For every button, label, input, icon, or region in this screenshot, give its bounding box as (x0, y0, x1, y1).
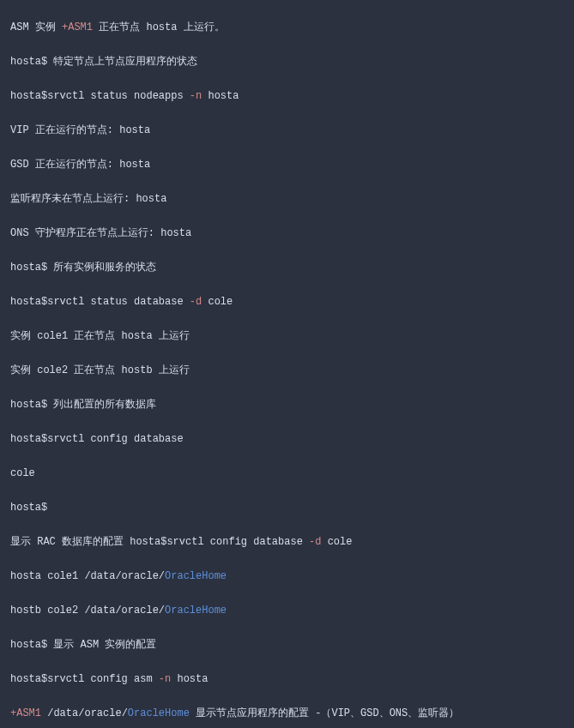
code-line: hostb cole2 /data/oracle/OracleHome (10, 602, 564, 619)
code-line: hosta$ 列出配置的所有数据库 (10, 396, 564, 413)
code-line: ASM 实例 +ASM1 正在节点 hosta 上运行。 (10, 19, 564, 36)
code-line: cole (10, 465, 564, 482)
code-line: hosta cole1 /data/oracle/OracleHome (10, 568, 564, 585)
code-line: 实例 cole2 正在节点 hostb 上运行 (10, 362, 564, 379)
code-line: 显示 RAC 数据库的配置 hosta$srvctl config databa… (10, 533, 564, 551)
code-line: +ASM1 /data/oracle/OracleHome 显示节点应用程序的配… (10, 705, 564, 722)
code-line: hosta$srvctl config database (10, 430, 564, 448)
terminal-output: ASM 实例 +ASM1 正在节点 hosta 上运行。 hosta$ 特定节点… (0, 0, 574, 728)
code-line: hosta$ 特定节点上节点应用程序的状态 (10, 53, 564, 70)
code-line: hosta$srvctl status nodeapps -n hosta (10, 87, 564, 105)
code-line: hosta$ 所有实例和服务的状态 (10, 259, 564, 276)
code-line: 实例 cole1 正在节点 hosta 上运行 (10, 328, 564, 345)
code-line: hosta$srvctl status database -d cole (10, 293, 564, 310)
code-line: hosta$ 显示 ASM 实例的配置 (10, 636, 564, 653)
code-line: hosta$srvctl config asm -n hosta (10, 671, 564, 688)
code-line: hosta$ (10, 499, 564, 516)
code-line: ONS 守护程序正在节点上运行: hosta (10, 225, 564, 242)
code-line: VIP 正在运行的节点: hosta (10, 122, 564, 139)
code-line: 监听程序未在节点上运行: hosta (10, 190, 564, 208)
code-line: GSD 正在运行的节点: hosta (10, 156, 564, 173)
